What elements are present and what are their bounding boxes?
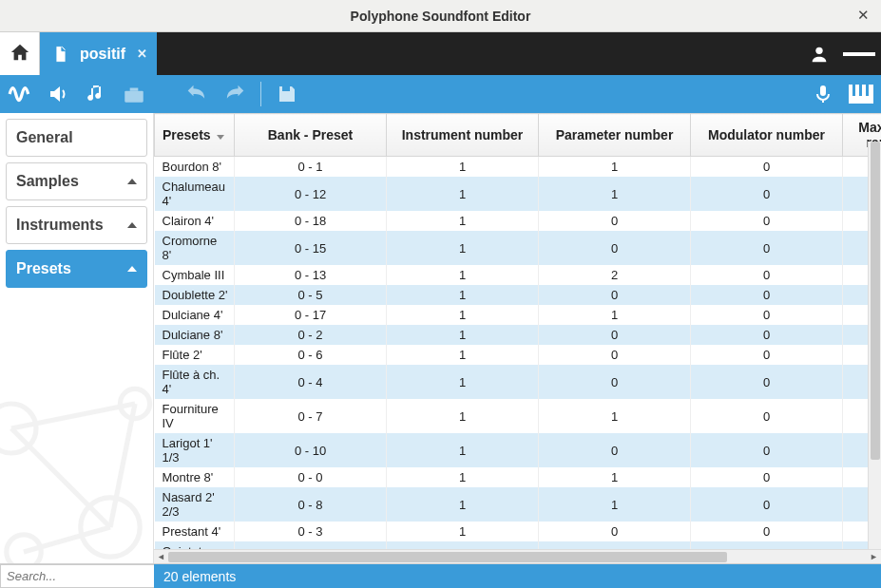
cell-param: 1 — [539, 399, 691, 433]
presets-table: PresetsBank - PresetInstrument numberPar… — [154, 113, 881, 563]
svg-line-11 — [11, 404, 135, 428]
cell-mod: 0 — [691, 177, 843, 211]
cell-param: 1 — [539, 487, 691, 522]
home-tab[interactable] — [0, 32, 40, 75]
table-row[interactable]: Clairon 4'0 - 181000 - 12 — [155, 211, 882, 231]
microphone-icon[interactable] — [809, 80, 837, 108]
cell-mod: 0 — [691, 399, 843, 433]
file-tab-label: positif — [80, 46, 125, 63]
decorative-graph — [0, 354, 154, 563]
cell-param: 1 — [539, 305, 691, 325]
table-row[interactable]: Nasard 2' 2/30 - 81100 - 12 — [155, 487, 882, 522]
table-row[interactable]: Dulciane 8'0 - 21000 - 12 — [155, 325, 882, 345]
sort-caret-icon — [217, 135, 224, 140]
svg-rect-5 — [859, 85, 862, 96]
cell-inst: 1 — [387, 433, 539, 467]
column-header[interactable]: Bank - Preset — [235, 114, 387, 157]
cell-bank: 0 - 18 — [235, 211, 387, 231]
window-titlebar: Polyphone Soundfont Editor ✕ — [0, 0, 881, 32]
table-row[interactable]: Cymbale III0 - 1312036 - 1 — [155, 265, 882, 285]
table-row[interactable]: Chalumeau 4'0 - 1211036 - 9 — [155, 177, 882, 211]
column-header[interactable]: Presets — [155, 114, 235, 157]
svg-rect-6 — [866, 85, 869, 96]
column-header[interactable]: Instrument number — [387, 114, 539, 157]
wave-tool-icon[interactable] — [6, 80, 34, 108]
cell-mod: 0 — [691, 325, 843, 345]
cell-bank: 0 - 3 — [235, 522, 387, 541]
svg-rect-4 — [852, 85, 855, 96]
cell-mod: 0 — [691, 231, 843, 265]
table-row[interactable]: Dulciane 4'0 - 1711036 - 9 — [155, 305, 882, 325]
note-tool-icon[interactable] — [82, 80, 110, 108]
cell-name: Doublette 2' — [155, 285, 235, 305]
scroll-left-arrow[interactable]: ◄ — [154, 550, 168, 564]
table-row[interactable]: Fourniture IV0 - 711036 - 1 — [155, 399, 882, 433]
sidebar-item-general[interactable]: General — [6, 119, 147, 157]
cell-inst: 1 — [387, 265, 539, 285]
cell-bank: 0 - 15 — [235, 231, 387, 265]
save-button[interactable] — [273, 80, 301, 108]
column-header[interactable]: Modulator number — [691, 114, 843, 157]
cell-name: Flûte à ch. 4' — [155, 365, 235, 399]
sidebar: GeneralSamplesInstrumentsPresets — [0, 113, 154, 563]
chevron-up-icon — [127, 266, 137, 272]
undo-button[interactable] — [182, 80, 211, 108]
svg-point-10 — [7, 535, 41, 563]
sidebar-item-instruments[interactable]: Instruments — [6, 206, 147, 244]
window-title: Polyphone Soundfont Editor — [351, 9, 531, 24]
svg-rect-2 — [820, 85, 826, 96]
svg-point-8 — [120, 389, 149, 418]
cell-inst: 1 — [387, 285, 539, 305]
table-row[interactable]: Bourdon 8'0 - 111036 - 9 — [155, 157, 882, 178]
cell-inst: 1 — [387, 157, 539, 178]
cell-param: 0 — [539, 433, 691, 467]
scroll-right-arrow[interactable]: ► — [867, 550, 881, 564]
cell-name: Clairon 4' — [155, 211, 235, 231]
cell-bank: 0 - 6 — [235, 345, 387, 365]
file-tab-positif[interactable]: positif ✕ — [40, 32, 157, 75]
table-row[interactable]: Flûte 2'0 - 61000 - 12 — [155, 345, 882, 365]
cell-param: 1 — [539, 467, 691, 487]
svg-rect-1 — [124, 91, 144, 103]
horizontal-scrollbar[interactable]: ◄ ► — [154, 549, 881, 563]
table-row[interactable]: Montre 8'0 - 01100 - 12 — [155, 467, 882, 487]
cell-inst: 1 — [387, 325, 539, 345]
toolbar — [0, 75, 881, 113]
cell-inst: 1 — [387, 399, 539, 433]
cell-param: 0 — [539, 231, 691, 265]
document-icon — [49, 43, 72, 66]
sidebar-item-label: General — [16, 129, 73, 146]
column-header[interactable]: Parameter number — [539, 114, 691, 157]
cell-mod: 0 — [691, 467, 843, 487]
table-row[interactable]: Doublette 2'0 - 51000 - 12 — [155, 285, 882, 305]
redo-button[interactable] — [220, 80, 249, 108]
chevron-up-icon — [127, 222, 137, 228]
keyboard-icon[interactable] — [847, 80, 875, 108]
cell-bank: 0 - 5 — [235, 285, 387, 305]
sidebar-item-samples[interactable]: Samples — [6, 162, 147, 200]
vertical-scrollbar[interactable] — [868, 142, 881, 549]
cell-bank: 0 - 13 — [235, 265, 387, 285]
cell-name: Fourniture IV — [155, 399, 235, 433]
menu-button[interactable] — [843, 38, 875, 70]
status-bar: 20 elements — [0, 563, 881, 588]
tab-close-button[interactable]: ✕ — [137, 47, 147, 61]
window-close-button[interactable]: ✕ — [854, 7, 871, 24]
table-row[interactable]: Larigot 1' 1/30 - 101000 - 12 — [155, 433, 882, 467]
toolbox-icon[interactable] — [120, 80, 148, 108]
user-icon[interactable] — [803, 38, 835, 70]
search-input[interactable] — [0, 564, 154, 588]
table-row[interactable]: Flûte à ch. 4'0 - 41000 - 12 — [155, 365, 882, 399]
cell-mod: 0 — [691, 487, 843, 522]
home-icon — [10, 42, 30, 66]
sidebar-item-presets[interactable]: Presets — [6, 250, 147, 288]
svg-point-7 — [0, 404, 36, 453]
cell-name: Chalumeau 4' — [155, 177, 235, 211]
cell-bank: 0 - 2 — [235, 325, 387, 345]
svg-line-13 — [24, 527, 110, 552]
cell-bank: 0 - 0 — [235, 467, 387, 487]
speaker-tool-icon[interactable] — [44, 80, 72, 108]
table-row[interactable]: Cromorne 8'0 - 151000 - 12 — [155, 231, 882, 265]
cell-inst: 1 — [387, 522, 539, 541]
table-row[interactable]: Prestant 4'0 - 31000 - 12 — [155, 522, 882, 541]
